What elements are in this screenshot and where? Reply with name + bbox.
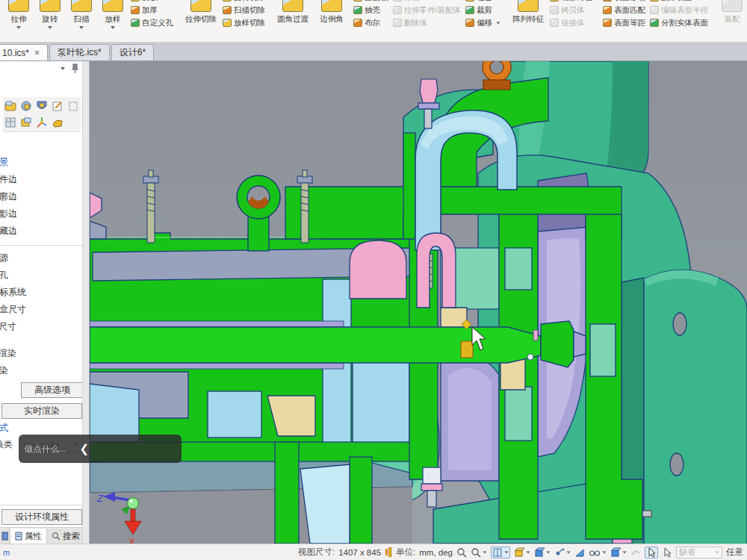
thicken-button[interactable]: 加厚 (128, 4, 176, 16)
tab-document-design6[interactable]: 设计6* (111, 44, 154, 60)
list-item[interactable]: 视图尺寸 (0, 318, 82, 335)
link-body-icon (550, 19, 559, 27)
fillet-button[interactable]: 圆角过渡 (273, 0, 312, 42)
trim-button[interactable]: 裁剪 (463, 4, 503, 16)
pin-icon[interactable] (71, 63, 79, 73)
list-item[interactable]: 模式 (0, 420, 8, 437)
sweep-button[interactable]: 扫描 (66, 0, 97, 42)
list-item[interactable]: 视盒尺寸 (0, 301, 82, 318)
view-size-value: 1407 x 845 (338, 548, 381, 557)
advanced-options-button[interactable]: 高级选项 (21, 382, 84, 398)
chamfer-button[interactable]: 边倒角 (312, 0, 351, 42)
list-item[interactable]: 网孔 (0, 267, 82, 284)
boolean-button[interactable]: 布尔 (351, 16, 391, 29)
3d-viewport[interactable]: Z X (90, 61, 747, 544)
snap-mode-select[interactable]: 缺省 (676, 547, 722, 559)
revolve-button[interactable]: 旋转 (34, 0, 66, 42)
page-setup-icon[interactable] (67, 100, 79, 112)
perspective-glasses-icon[interactable] (589, 547, 607, 558)
close-icon[interactable]: × (34, 48, 40, 58)
offset-button[interactable]: 偏移 (463, 16, 503, 29)
copy-body-icon (550, 6, 559, 14)
zoom-in-icon[interactable] (456, 547, 467, 558)
list-item[interactable]: 零件边 (0, 171, 82, 188)
z-axis-label: Z (96, 493, 104, 504)
revolve-cut-icon (223, 0, 232, 1)
list-item[interactable]: 光源 (0, 249, 82, 267)
list-item[interactable]: 渲染 (0, 362, 82, 379)
extrude-button[interactable]: 拉伸 (3, 0, 34, 42)
axis-triad-icon[interactable] (36, 116, 48, 128)
extrude-part-icon (393, 6, 402, 14)
edit-props-icon[interactable] (52, 100, 63, 112)
tab-document-current[interactable]: 10.ics* × (0, 44, 48, 60)
assemble-button[interactable]: 装配 (716, 0, 747, 42)
split-solid-surface-button[interactable]: 分割实体表面 (648, 16, 710, 29)
ribbon-group-assembly: 装配 解除装配 (715, 0, 747, 42)
scene-icon[interactable] (4, 100, 16, 112)
grid-icon[interactable] (4, 116, 16, 128)
status-bar: m 视图尺寸: 1407 x 845 单位: mm, deg 缺省 任意 (0, 544, 747, 560)
edit-surface-radius-button[interactable]: 编辑表面半径 (648, 4, 710, 16)
loft-cut-button[interactable]: 放样切除 (220, 16, 267, 29)
move-tool-icon[interactable] (554, 547, 571, 558)
panel-tab-search[interactable]: 搜索 (47, 529, 85, 544)
sweep-cut-icon (223, 6, 232, 14)
split-icon (393, 0, 402, 1)
render-options-list: 快速渲染 渲染 (0, 345, 82, 379)
extrude-part-button[interactable]: 拉伸零件/装配体 (391, 4, 463, 16)
loft-button[interactable]: 放样 (97, 0, 128, 42)
list-item[interactable]: 隐藏边 (0, 223, 82, 240)
loft-icon (102, 0, 123, 12)
units-value: mm, deg (419, 548, 453, 557)
main-area: 背景 零件边 轮廓边 侧影边 隐藏边 光源 网孔 坐标系统 视盒尺寸 视图尺寸 … (0, 61, 747, 544)
design-env-properties-button[interactable]: 设计环境属性 (1, 509, 82, 525)
loft-cut-icon (223, 19, 232, 27)
surface-offset-button[interactable]: 表面等距 (601, 16, 648, 29)
display-cube-icon[interactable] (610, 547, 627, 558)
panel-scrollbar[interactable] (82, 61, 89, 544)
panel-tab-clipped[interactable] (0, 529, 10, 544)
sweep-icon (71, 0, 92, 12)
secondary-cursor-icon[interactable] (662, 547, 672, 558)
ribbon-group-cut: 拉伸切除 旋转切除 扫描切除 放样切除 (180, 0, 269, 42)
list-item[interactable]: 坐标系统 (0, 284, 82, 301)
sweep-cut-button[interactable]: 扫描切除 (220, 4, 267, 16)
custom-hole-button[interactable]: 自定义孔 (128, 16, 176, 29)
delete-body-button[interactable]: 删除体 (391, 16, 463, 29)
list-item[interactable]: 轮廓边 (0, 188, 82, 205)
pattern-feature-button[interactable]: 阵列特征 (509, 0, 548, 42)
extrude-cut-button[interactable]: 拉伸切除 (182, 0, 220, 42)
zoom-options-icon[interactable] (471, 547, 487, 558)
feature-box-icon[interactable] (20, 116, 32, 128)
link-body-button[interactable]: 链接体 (548, 16, 595, 29)
render-cube-icon[interactable] (514, 547, 530, 558)
pump-shaft[interactable] (90, 321, 586, 369)
flange-hole (670, 453, 684, 476)
copy-body-button[interactable]: 拷贝体 (548, 4, 595, 16)
parts-icon[interactable] (20, 100, 32, 112)
part-gold-icon[interactable] (52, 116, 63, 128)
list-item[interactable]: 快速渲染 (0, 345, 82, 362)
list-item[interactable]: 侧影边 (0, 205, 82, 223)
tab-document-impeller[interactable]: 泵叶轮.ics* (49, 44, 110, 60)
back-chevron-icon[interactable]: ❮ (80, 442, 90, 455)
view-mode-icon[interactable] (491, 547, 510, 559)
panel-collapse-icon[interactable] (61, 67, 65, 70)
properties-panel: 背景 零件边 轮廓边 侧影边 隐藏边 光源 网孔 坐标系统 视盒尺寸 视图尺寸 … (0, 61, 90, 544)
wedge-view-icon[interactable] (574, 547, 585, 558)
draft-icon (353, 0, 362, 1)
shell-button[interactable]: 抽壳 (351, 4, 391, 16)
realtime-render-button[interactable]: 实时渲染 (1, 403, 82, 419)
delete-body-icon (393, 19, 402, 27)
shade-cube-icon[interactable] (534, 547, 551, 558)
select-tool-icon[interactable] (645, 547, 658, 559)
chevron-down-icon (79, 26, 84, 29)
flange-hole (673, 313, 686, 335)
list-item[interactable]: 背景 (0, 154, 82, 171)
divider (0, 245, 82, 246)
render-style-icon[interactable] (36, 100, 48, 112)
panel-tab-properties[interactable]: 属性 (10, 529, 47, 544)
surface-match-button[interactable]: 表面匹配 (601, 4, 648, 16)
video-caption-overlay: 做点什么... ❮ (19, 435, 182, 463)
